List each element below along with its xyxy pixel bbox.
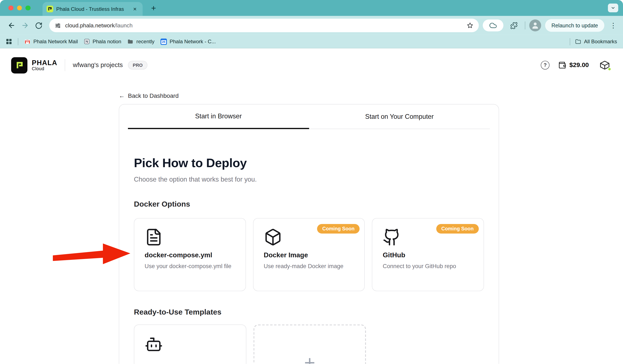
back-link-label: Back to Dashboard [128, 92, 179, 99]
bookmarks-separator [18, 38, 18, 45]
back-arrow-icon [8, 21, 16, 29]
help-button[interactable]: ? [541, 61, 550, 69]
file-text-icon [145, 228, 163, 246]
bookmark-label: Phala notion [92, 39, 121, 44]
bookmark-label: Phala Network - C... [170, 39, 216, 44]
option-description: Use ready-made Docker image [264, 262, 353, 270]
option-title: GitHub [383, 251, 473, 259]
page-subtitle: Choose the option that works best for yo… [134, 176, 484, 183]
browser-menu-button[interactable]: ⋮ [608, 21, 618, 29]
project-selector[interactable]: wfwang's projects [73, 62, 123, 69]
brand-sub: Cloud [32, 66, 57, 71]
deploy-mode-tabs: Start in Browser Start on Your Computer [119, 104, 499, 129]
browser-window: Phala Cloud - Trustless Infras × + cloud… [0, 0, 623, 364]
option-title: docker-compose.yml [145, 251, 235, 259]
bookmark-star-button[interactable] [467, 22, 474, 29]
templates-heading: Ready-to-Use Templates [134, 308, 484, 317]
star-icon [467, 22, 474, 29]
bookmarks-bar: Phala Network Mail Phala notion recently… [0, 35, 623, 49]
balance-amount: $29.00 [569, 62, 589, 69]
profile-avatar[interactable] [529, 20, 541, 31]
minimize-window-button[interactable] [17, 5, 22, 10]
docker-options-row: docker-compose.yml Use your docker-compo… [134, 218, 484, 291]
url-host: cloud.phala.network [65, 22, 114, 29]
templates-row: + [134, 324, 484, 364]
header-divider [65, 59, 65, 71]
toolbar-right-cluster: Relaunch to update ⋮ [483, 19, 618, 32]
apps-grid-icon[interactable] [6, 39, 12, 44]
phala-logo-icon [14, 60, 24, 70]
option-description: Connect to your GitHub repo [383, 262, 472, 270]
url-text: cloud.phala.network/launch [65, 22, 133, 29]
all-bookmarks-button[interactable]: All Bookmarks [575, 38, 617, 45]
deploy-card: Start in Browser Start on Your Computer … [119, 104, 499, 364]
forward-arrow-icon [21, 21, 29, 29]
tab-title: Phala Cloud - Trustless Infras [56, 6, 125, 12]
header-right: ? $29.00 [541, 58, 612, 72]
github-icon [383, 228, 401, 246]
calendar-icon: 26 [160, 38, 167, 45]
puzzle-icon [510, 22, 518, 29]
bookmark-item-mail[interactable]: Phala Network Mail [24, 38, 78, 45]
browser-toolbar: cloud.phala.network/launch Relaunch to u… [0, 16, 623, 35]
plus-icon: + [304, 351, 315, 364]
coming-soon-badge: Coming Soon [436, 224, 479, 234]
option-title: Docker Image [264, 251, 354, 259]
tab-close-icon[interactable]: × [131, 5, 138, 13]
forward-button[interactable] [18, 19, 32, 32]
zoom-window-button[interactable] [25, 5, 30, 10]
calendar-day: 26 [161, 40, 166, 44]
status-dot [607, 67, 612, 71]
bookmark-item-recently[interactable]: recently [127, 38, 155, 45]
option-github[interactable]: Coming Soon GitHub Connect to your GitHu… [372, 218, 484, 291]
add-template-card[interactable]: + [254, 324, 366, 364]
relaunch-to-update-button[interactable]: Relaunch to update [545, 19, 604, 32]
site-header: PHALA Cloud wfwang's projects PRO ? $29.… [0, 48, 623, 82]
balance-display[interactable]: $29.00 [558, 61, 589, 69]
bookmark-item-calendar[interactable]: 26 Phala Network - C... [160, 38, 216, 45]
new-tab-button[interactable]: + [148, 2, 159, 13]
option-docker-compose[interactable]: docker-compose.yml Use your docker-compo… [134, 218, 246, 291]
reload-button[interactable] [32, 19, 45, 32]
bookmarks-separator [570, 38, 570, 45]
extensions-button[interactable] [507, 19, 521, 32]
tab-start-on-computer[interactable]: Start on Your Computer [309, 104, 490, 129]
wallet-icon [558, 61, 566, 69]
bookmark-label: Phala Network Mail [33, 39, 78, 44]
close-window-button[interactable] [8, 5, 13, 10]
phala-cloud-page: PHALA Cloud wfwang's projects PRO ? $29.… [0, 48, 623, 364]
bot-icon [145, 335, 163, 353]
browser-tab[interactable]: Phala Cloud - Trustless Infras × [42, 2, 142, 16]
option-docker-image[interactable]: Coming Soon Docker Image Use ready-made … [253, 218, 365, 291]
chevron-down-icon [611, 5, 615, 10]
folder-icon [575, 38, 581, 45]
box-icon [264, 228, 282, 246]
account-avatar[interactable] [598, 58, 612, 72]
toolbar-separator [525, 21, 525, 29]
folder-icon [127, 38, 134, 45]
phala-favicon-icon [46, 5, 53, 12]
tab-strip: Phala Cloud - Trustless Infras × + [0, 0, 623, 16]
phala-logo[interactable] [11, 57, 27, 73]
left-arrow-icon: ← [119, 92, 125, 99]
bookmarks-right: All Bookmarks [570, 38, 617, 45]
reload-icon [35, 22, 43, 29]
brand-name: PHALA [32, 59, 57, 66]
docker-options-heading: Docker Options [134, 200, 484, 209]
template-card-agent[interactable] [134, 324, 246, 364]
sync-status-button[interactable] [483, 20, 503, 31]
brand-text: PHALA Cloud [32, 59, 57, 71]
bookmark-item-notion[interactable]: Phala notion [84, 39, 121, 44]
coming-soon-badge: Coming Soon [317, 224, 360, 234]
url-bar[interactable]: cloud.phala.network/launch [49, 19, 479, 32]
person-icon [531, 21, 539, 30]
url-path: /launch [114, 22, 133, 29]
back-button[interactable] [5, 19, 18, 32]
back-to-dashboard-link[interactable]: ← Back to Dashboard [119, 92, 623, 99]
site-settings-icon[interactable] [55, 22, 61, 29]
tab-search-button[interactable] [608, 4, 618, 12]
plan-badge: PRO [128, 61, 148, 69]
all-bookmarks-label: All Bookmarks [584, 39, 617, 44]
tab-start-in-browser[interactable]: Start in Browser [128, 104, 309, 129]
notion-icon [84, 39, 90, 44]
